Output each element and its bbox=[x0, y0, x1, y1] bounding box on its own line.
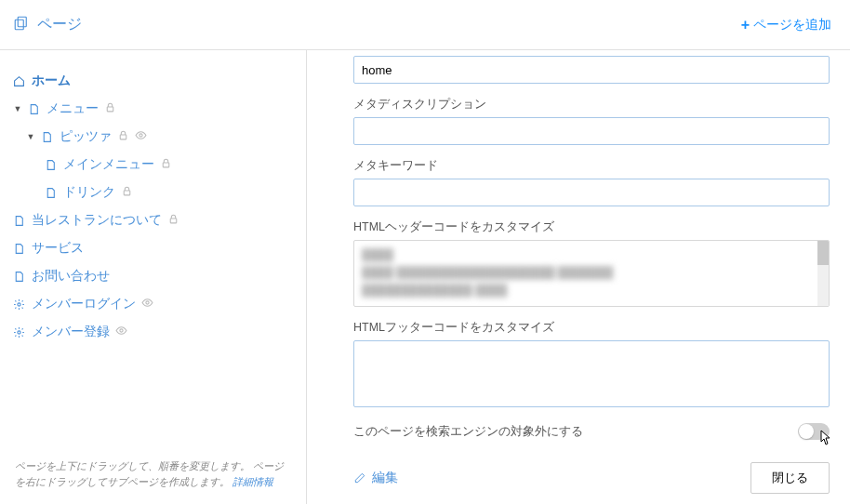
scrollbar-thumb[interactable] bbox=[817, 241, 829, 265]
footer-code-textarea[interactable] bbox=[353, 340, 830, 407]
lock-icon bbox=[117, 129, 129, 144]
noindex-toggle[interactable] bbox=[798, 423, 830, 440]
sidebar-item-label: メインメニュー bbox=[63, 156, 154, 173]
eye-icon bbox=[115, 325, 127, 339]
sidebar-item-main-menu[interactable]: メインメニュー bbox=[13, 151, 293, 179]
sidebar-item-label: ピッツァ bbox=[60, 128, 112, 145]
sidebar-item-label: 当レストランについて bbox=[32, 212, 162, 229]
meta-description-field: メタディスクリプション bbox=[353, 97, 830, 145]
sidebar-item-contact[interactable]: お問い合わせ bbox=[13, 262, 293, 290]
svg-rect-0 bbox=[18, 17, 26, 27]
noindex-row: このページを検索エンジンの対象外にする bbox=[353, 423, 830, 440]
svg-rect-1 bbox=[15, 20, 23, 30]
page-icon bbox=[41, 131, 54, 143]
footer-code-field: HTMLフッターコードをカスタマイズ bbox=[353, 320, 830, 410]
lock-icon bbox=[160, 157, 172, 172]
sidebar-item-label: ホーム bbox=[32, 73, 71, 89]
eye-icon bbox=[141, 297, 153, 312]
svg-point-11 bbox=[120, 329, 123, 332]
page-title: ページ bbox=[37, 15, 82, 34]
form-footer: 編集 閉じる bbox=[353, 462, 830, 504]
meta-description-label: メタディスクリプション bbox=[353, 97, 830, 113]
url-field bbox=[353, 56, 830, 84]
sidebar-item-label: お問い合わせ bbox=[32, 268, 110, 285]
close-button[interactable]: 閉じる bbox=[750, 462, 830, 494]
page-icon bbox=[13, 215, 26, 227]
sidebar-item-pizza[interactable]: ▼ ピッツァ bbox=[13, 123, 293, 151]
sidebar-item-label: ドリンク bbox=[63, 184, 115, 201]
chevron-down-icon: ▼ bbox=[26, 132, 35, 141]
sidebar-item-label: メニュー bbox=[46, 100, 99, 117]
meta-keywords-input[interactable] bbox=[353, 179, 830, 206]
sidebar-item-menu[interactable]: ▼ メニュー bbox=[13, 95, 293, 123]
sidebar-hint: ページを上下にドラッグして、順番を変更します。 ページを右にドラッグしてサブペー… bbox=[13, 455, 293, 495]
hint-text-1: ページを上下にドラッグして、順番を変更します。 bbox=[15, 460, 250, 471]
svg-rect-6 bbox=[124, 191, 130, 195]
edit-link[interactable]: 編集 bbox=[353, 470, 398, 486]
sidebar-item-member-register[interactable]: メンバー登録 bbox=[13, 318, 293, 346]
edit-label: 編集 bbox=[372, 470, 398, 486]
sidebar-item-about[interactable]: 当レストランについて bbox=[13, 206, 293, 234]
sidebar-item-drink[interactable]: ドリンク bbox=[13, 179, 293, 206]
eye-icon bbox=[135, 129, 147, 144]
pages-icon bbox=[13, 15, 30, 34]
lock-icon bbox=[121, 185, 133, 200]
svg-rect-5 bbox=[163, 163, 169, 167]
gear-icon bbox=[13, 298, 26, 311]
url-input[interactable] bbox=[353, 56, 830, 84]
svg-point-10 bbox=[18, 330, 20, 333]
header-code-textarea[interactable]: ████████ ████████████████████ ██████████… bbox=[353, 240, 830, 307]
meta-keywords-field: メタキーワード bbox=[353, 158, 830, 206]
header-code-field: HTMLヘッダーコードをカスタマイズ ████████ ████████████… bbox=[353, 219, 830, 307]
edit-icon bbox=[353, 471, 366, 484]
svg-rect-7 bbox=[170, 219, 177, 223]
page-tree: ホーム ▼ メニュー ▼ ピッツァ メインメニュー bbox=[13, 67, 293, 346]
meta-keywords-label: メタキーワード bbox=[353, 158, 830, 174]
page-icon bbox=[45, 187, 58, 199]
sidebar-item-label: メンバー登録 bbox=[32, 324, 110, 340]
sidebar-item-home[interactable]: ホーム bbox=[13, 67, 293, 95]
page-icon bbox=[45, 159, 58, 171]
add-page-label: ページを追加 bbox=[753, 17, 831, 33]
sidebar: ホーム ▼ メニュー ▼ ピッツァ メインメニュー bbox=[0, 50, 307, 504]
add-page-button[interactable]: + ページを追加 bbox=[741, 17, 831, 33]
hint-more-link[interactable]: 詳細情報 bbox=[232, 476, 273, 487]
header-left: ページ bbox=[13, 15, 82, 34]
sidebar-item-label: サービス bbox=[32, 240, 84, 257]
meta-description-input[interactable] bbox=[353, 117, 830, 145]
home-icon bbox=[13, 75, 26, 87]
footer-code-label: HTMLフッターコードをカスタマイズ bbox=[353, 320, 830, 336]
page-header: ページ + ページを追加 bbox=[0, 0, 850, 50]
lock-icon bbox=[167, 213, 179, 228]
svg-rect-2 bbox=[107, 107, 113, 112]
svg-point-4 bbox=[139, 134, 142, 137]
plus-icon: + bbox=[741, 17, 750, 33]
main-panel[interactable]: メタディスクリプション メタキーワード HTMLヘッダーコードをカスタマイズ █… bbox=[307, 50, 850, 504]
sidebar-item-member-login[interactable]: メンバーログイン bbox=[13, 290, 293, 318]
toggle-knob bbox=[799, 424, 814, 439]
svg-rect-3 bbox=[120, 135, 126, 139]
gear-icon bbox=[13, 326, 26, 338]
page-icon bbox=[13, 243, 26, 255]
page-icon bbox=[28, 103, 41, 115]
noindex-label: このページを検索エンジンの対象外にする bbox=[353, 424, 583, 440]
page-icon bbox=[13, 271, 26, 283]
header-code-label: HTMLヘッダーコードをカスタマイズ bbox=[353, 219, 830, 235]
lock-icon bbox=[104, 101, 116, 116]
sidebar-item-service[interactable]: サービス bbox=[13, 234, 293, 262]
sidebar-item-label: メンバーログイン bbox=[32, 296, 136, 312]
chevron-down-icon: ▼ bbox=[13, 104, 22, 113]
svg-point-9 bbox=[146, 301, 149, 304]
svg-point-8 bbox=[18, 302, 20, 305]
